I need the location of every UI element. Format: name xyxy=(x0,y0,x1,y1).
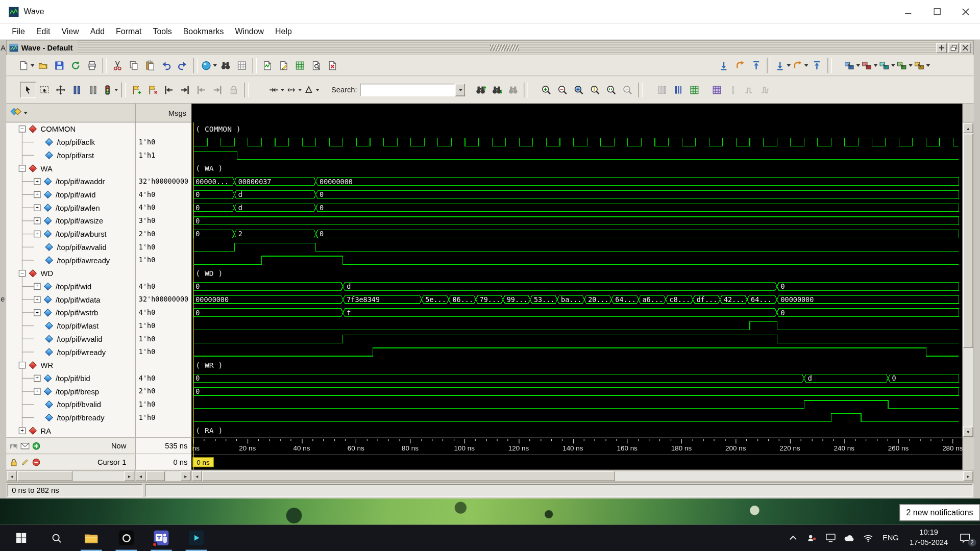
expand-box[interactable]: + xyxy=(34,191,40,198)
memory-view-button[interactable] xyxy=(292,57,308,73)
search-reverse-button[interactable] xyxy=(473,82,489,98)
signal-selector-icon[interactable] xyxy=(10,107,22,119)
show-hidden-icons-button[interactable] xyxy=(784,525,803,551)
dropdown-caret[interactable] xyxy=(856,64,860,69)
signal-tree[interactable]: −COMMON/top/pif/aclk/top/pif/arst−WA+/to… xyxy=(6,122,135,437)
print-button[interactable] xyxy=(84,57,100,73)
zoom-in-on-active-cursor-button[interactable] xyxy=(587,82,603,98)
collapse-box[interactable]: − xyxy=(19,362,26,368)
collapse-time-button[interactable] xyxy=(267,82,285,98)
minimize-button[interactable] xyxy=(894,0,922,23)
select-mode-button[interactable] xyxy=(20,82,36,98)
next-event-button[interactable] xyxy=(774,57,791,73)
pane-undock-button[interactable] xyxy=(948,43,959,53)
zoom-out-button[interactable] xyxy=(555,82,571,98)
menu-format[interactable]: Format xyxy=(110,24,147,40)
next-transition-button[interactable] xyxy=(177,82,193,98)
scrollbar-thumb[interactable] xyxy=(203,471,615,481)
scrollbar-thumb[interactable] xyxy=(17,471,72,481)
show-cursors-button[interactable] xyxy=(654,82,670,98)
reload-button[interactable] xyxy=(67,57,84,73)
dropdown-caret[interactable] xyxy=(891,64,895,69)
close-button[interactable] xyxy=(951,0,980,23)
tree-signal-aclk[interactable]: /top/pif/aclk xyxy=(6,136,135,149)
search-dropdown-button[interactable] xyxy=(455,83,465,95)
show-compare-button[interactable] xyxy=(709,82,725,98)
tree-signal-awid[interactable]: +/top/pif/awid xyxy=(6,188,135,202)
tree-group-common[interactable]: −COMMON xyxy=(6,122,135,136)
menu-add[interactable]: Add xyxy=(85,24,110,40)
scroll-right-button[interactable]: ► xyxy=(181,471,191,481)
previous-event-button[interactable] xyxy=(791,57,808,73)
copy-button[interactable] xyxy=(126,57,142,73)
onedrive-cloud-icon[interactable] xyxy=(840,525,859,551)
log-waves-button[interactable] xyxy=(259,57,276,73)
search-forward-button[interactable] xyxy=(489,82,505,98)
notification-center-button[interactable]: 2 xyxy=(954,525,976,551)
pencil-icon[interactable] xyxy=(20,457,29,466)
vertical-scrollbar-thumb[interactable] xyxy=(963,134,973,348)
timeline-ruler[interactable]: 0 ns20 ns40 ns60 ns80 ns100 ns120 ns140 … xyxy=(191,437,963,454)
tree-group-wa[interactable]: −WA xyxy=(6,162,135,175)
expand-time-button[interactable] xyxy=(285,82,302,98)
scroll-right-button[interactable]: ► xyxy=(963,471,973,481)
scroll-up-button[interactable]: ▲ xyxy=(963,123,973,133)
collapse-box[interactable]: − xyxy=(19,270,26,277)
zoom-full-button[interactable] xyxy=(571,82,587,98)
notification-banner[interactable]: 2 new notifications xyxy=(899,504,980,521)
wave-cursor-line[interactable] xyxy=(193,122,193,470)
pane-titlebar[interactable]: Wave - Default xyxy=(6,40,974,55)
edit-mode-button[interactable] xyxy=(69,82,85,98)
collapse-box[interactable]: − xyxy=(19,165,26,171)
move-to-end-button[interactable] xyxy=(716,57,732,73)
tree-signal-awsize[interactable]: +/top/pif/awsize xyxy=(6,214,135,228)
dropdown-caret[interactable] xyxy=(281,89,284,93)
save-format-button[interactable] xyxy=(51,57,67,73)
menu-window[interactable]: Window xyxy=(229,24,270,40)
teams-button[interactable] xyxy=(144,525,179,551)
show-drivers-button[interactable] xyxy=(234,57,250,73)
waveform-canvas[interactable]: ( COMMON )( WA )00000...0000003700000000… xyxy=(191,122,963,437)
tree-signal-bvalid[interactable]: /top/pif/bvalid xyxy=(6,398,135,411)
find-in-wave-button[interactable] xyxy=(308,57,325,73)
cursor-time-box[interactable]: 0 ns xyxy=(192,457,214,467)
menu-tools[interactable]: Tools xyxy=(148,24,178,40)
tree-signal-awvalid[interactable]: /top/pif/awvalid xyxy=(6,240,135,254)
dropdown-caret[interactable] xyxy=(31,64,34,69)
envelope-icon[interactable] xyxy=(20,441,29,450)
pan-mode-button[interactable] xyxy=(53,82,69,98)
menu-file[interactable]: File xyxy=(6,24,31,40)
menu-edit[interactable]: Edit xyxy=(31,24,56,40)
cursor1-row[interactable]: Cursor 1 0 ns xyxy=(6,454,191,470)
collapse-box[interactable]: − xyxy=(19,126,26,132)
delete-cursor-button[interactable] xyxy=(144,82,161,98)
scroll-down-button[interactable]: ▼ xyxy=(963,427,973,437)
pane-add-button[interactable] xyxy=(936,43,947,53)
delta-time-mode-button[interactable] xyxy=(303,82,320,98)
stop-wave-drawing-button[interactable] xyxy=(101,82,118,98)
open-file-button[interactable] xyxy=(35,57,52,73)
tree-signal-wlast[interactable]: /top/pif/wlast xyxy=(6,319,135,333)
tree-signal-awaddr[interactable]: +/top/pif/awaddr xyxy=(6,175,135,188)
redo-button[interactable] xyxy=(175,57,191,73)
tree-group-wr[interactable]: −WR xyxy=(6,359,135,372)
file-explorer-button[interactable] xyxy=(74,525,109,551)
add-selected-to-window-button[interactable] xyxy=(200,57,217,73)
red-minus-icon[interactable] xyxy=(31,457,40,466)
dropdown-caret[interactable] xyxy=(315,89,319,93)
new-file-button[interactable] xyxy=(17,57,35,73)
compare-mode-button[interactable] xyxy=(85,82,102,98)
find-button[interactable] xyxy=(217,57,234,73)
tree-signal-wvalid[interactable]: /top/pif/wvalid xyxy=(6,332,135,345)
zoom-others-button[interactable] xyxy=(603,82,620,98)
show-grid-button[interactable] xyxy=(687,82,703,98)
wave-scrollbar[interactable]: ◄ ► xyxy=(191,470,974,482)
tree-signal-bready[interactable]: /top/pif/bready xyxy=(6,411,135,424)
tree-signal-bid[interactable]: +/top/pif/bid xyxy=(6,372,135,385)
scroll-left-button[interactable]: ◄ xyxy=(7,471,17,481)
delete-wave-button[interactable] xyxy=(325,57,341,73)
expand-box[interactable]: + xyxy=(34,204,40,211)
tray-people-icon[interactable] xyxy=(802,525,821,551)
insert-cursor-button[interactable] xyxy=(128,82,144,98)
zoom-area-mode-button[interactable] xyxy=(36,82,53,98)
